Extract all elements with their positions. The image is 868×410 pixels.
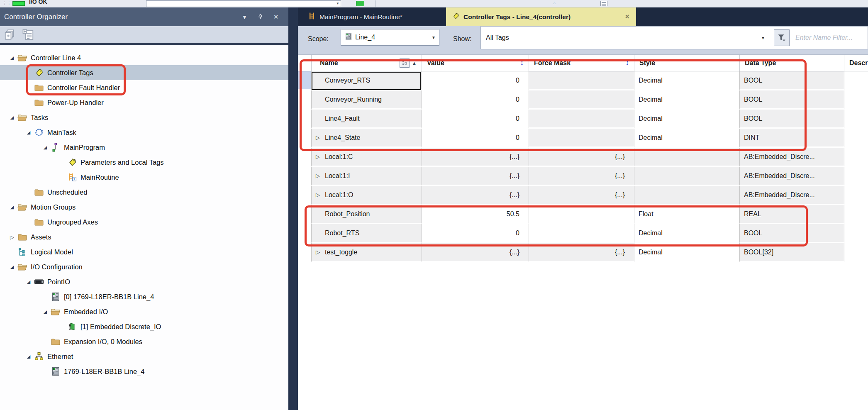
tag-name-cell[interactable]: ▷Local:1:I (311, 167, 422, 186)
window-menu-icon[interactable]: ▼ (241, 14, 247, 20)
expanded-arrow-icon[interactable]: ◢ (7, 115, 17, 120)
panel-splitter[interactable] (288, 7, 298, 410)
tag-name-cell[interactable]: ▷test_toggle (311, 243, 422, 262)
tag-value-cell[interactable]: 0 (422, 71, 529, 90)
tag-name-cell[interactable]: Conveyor_Running (311, 90, 422, 110)
tag-name-cell[interactable]: Conveyor_RTS (311, 71, 422, 90)
tag-value-cell[interactable]: 0 (422, 224, 529, 243)
row-selector[interactable] (298, 224, 311, 243)
tag-name-cell[interactable]: Robot_RTS (311, 224, 422, 243)
data-type-cell[interactable]: AB:Embedded_Discre... (739, 167, 844, 186)
description-cell[interactable] (844, 186, 868, 205)
top-combo-box[interactable]: ▼ (146, 0, 341, 7)
description-cell[interactable] (844, 129, 868, 148)
force-mask-cell[interactable] (529, 224, 634, 243)
tag-name-cell[interactable]: ▷Local:1:O (311, 186, 422, 205)
data-type-cell[interactable]: BOOL (739, 71, 844, 90)
column-header-force-mask[interactable]: Force Mask ↕ (529, 55, 634, 71)
tab-controller-tags[interactable]: Controller Tags - Line_4(controller) × (446, 7, 636, 26)
tag-value-cell[interactable]: {...} (422, 167, 529, 186)
data-type-cell[interactable]: DINT (739, 129, 844, 148)
style-cell[interactable]: Float (634, 205, 739, 224)
description-cell[interactable] (844, 224, 868, 243)
description-cell[interactable] (844, 205, 868, 224)
row-selector[interactable] (298, 129, 311, 148)
tree-item[interactable]: Power-Up Handler (0, 95, 288, 110)
tree-item[interactable]: ◢Embedded I/O (0, 304, 288, 319)
tree-item[interactable]: Ungrouped Axes (0, 215, 288, 229)
expanded-arrow-icon[interactable]: ◢ (23, 130, 34, 135)
close-tab-icon[interactable]: × (624, 12, 630, 21)
style-cell[interactable] (634, 167, 739, 186)
tree-item[interactable]: Expansion I/O, 0 Modules (0, 334, 288, 349)
column-header-description[interactable]: Description (844, 55, 868, 71)
tree-item[interactable]: ◢MainProgram (0, 140, 288, 155)
name-filter-input[interactable]: Enter Name Filter... (795, 27, 853, 49)
data-type-cell[interactable]: BOOL[32] (739, 243, 844, 262)
monitor-arrows-icon[interactable]: ↕ (520, 59, 524, 67)
scope-combo-box[interactable]: Line_4 ▼ (341, 29, 439, 46)
description-cell[interactable] (844, 110, 868, 129)
force-mask-cell[interactable]: {...} (529, 186, 634, 205)
tag-value-cell[interactable]: {...} (422, 186, 529, 205)
expanded-arrow-icon[interactable]: ◢ (40, 145, 51, 150)
tag-value-cell[interactable]: 0 (422, 110, 529, 129)
collapsed-arrow-icon[interactable]: ▷ (7, 234, 17, 240)
tag-value-cell[interactable]: 50.5 (422, 205, 529, 224)
description-cell[interactable] (844, 243, 868, 262)
description-cell[interactable] (844, 148, 868, 167)
force-mask-cell[interactable] (529, 129, 634, 148)
new-component-icon[interactable] (22, 28, 35, 41)
tree-item[interactable]: ◢PointIO (0, 274, 288, 289)
data-type-cell[interactable]: BOOL (739, 110, 844, 129)
expanded-arrow-icon[interactable]: ◢ (23, 354, 34, 359)
description-cell[interactable] (844, 71, 868, 90)
list-icon[interactable] (600, 1, 607, 6)
data-type-cell[interactable]: AB:Embedded_Discre... (739, 186, 844, 205)
tag-name-cell[interactable]: Line4_Fault (311, 110, 422, 129)
close-icon[interactable]: × (273, 12, 278, 22)
expanded-arrow-icon[interactable]: ◢ (40, 309, 51, 315)
style-cell[interactable]: Decimal (634, 224, 739, 243)
tree-item[interactable]: ◢MainTask (0, 125, 288, 140)
data-type-cell[interactable]: AB:Embedded_Discre... (739, 148, 844, 167)
row-selector[interactable] (298, 167, 311, 186)
force-mask-cell[interactable]: {...} (529, 167, 634, 186)
column-header-name[interactable]: Name ▲ (311, 55, 422, 71)
style-cell[interactable]: Decimal (634, 90, 739, 110)
style-cell[interactable]: Decimal (634, 129, 739, 148)
row-selector[interactable] (298, 90, 311, 110)
tree-item[interactable]: Logical Model (0, 244, 288, 259)
row-selector[interactable] (298, 205, 311, 224)
tab-mainroutine[interactable]: MainProgram - MainRoutine* (302, 7, 446, 26)
row-selector[interactable] (298, 71, 311, 90)
expanded-arrow-icon[interactable]: ◢ (7, 205, 17, 210)
expand-arrow-icon[interactable]: ▷ (316, 249, 325, 255)
tag-name-cell[interactable]: ▷Line4_State (311, 129, 422, 148)
stacked-windows-icon[interactable] (3, 28, 17, 41)
tag-value-cell[interactable]: {...} (422, 148, 529, 167)
tree-item[interactable]: [0] 1769-L18ER-BB1B Line_4 (0, 289, 288, 304)
data-type-cell[interactable]: REAL (739, 205, 844, 224)
tree-item[interactable]: ▷Assets (0, 229, 288, 244)
row-selector[interactable] (298, 186, 311, 205)
tree-item[interactable]: 1769-L18ER-BB1B Line_4 (0, 364, 288, 379)
column-header-value[interactable]: Value ↕ (422, 55, 529, 71)
tag-value-cell[interactable]: 0 (422, 90, 529, 110)
description-cell[interactable] (844, 90, 868, 110)
expanded-arrow-icon[interactable]: ◢ (7, 264, 17, 270)
expand-arrow-icon[interactable]: ▷ (316, 192, 325, 198)
row-selector[interactable] (298, 110, 311, 129)
column-header-data-type[interactable]: Data Type (739, 55, 844, 71)
style-cell[interactable]: Decimal (634, 71, 739, 90)
force-mask-cell[interactable] (529, 90, 634, 110)
tag-value-cell[interactable]: {...} (422, 243, 529, 262)
force-mask-cell[interactable] (529, 71, 634, 90)
style-cell[interactable] (634, 148, 739, 167)
filter-button[interactable] (774, 29, 790, 46)
force-mask-cell[interactable] (529, 110, 634, 129)
force-mask-cell[interactable]: {...} (529, 148, 634, 167)
row-selector[interactable] (298, 243, 311, 262)
force-mask-cell[interactable]: {...} (529, 243, 634, 262)
tree-item[interactable]: 1MainRoutine (0, 170, 288, 185)
